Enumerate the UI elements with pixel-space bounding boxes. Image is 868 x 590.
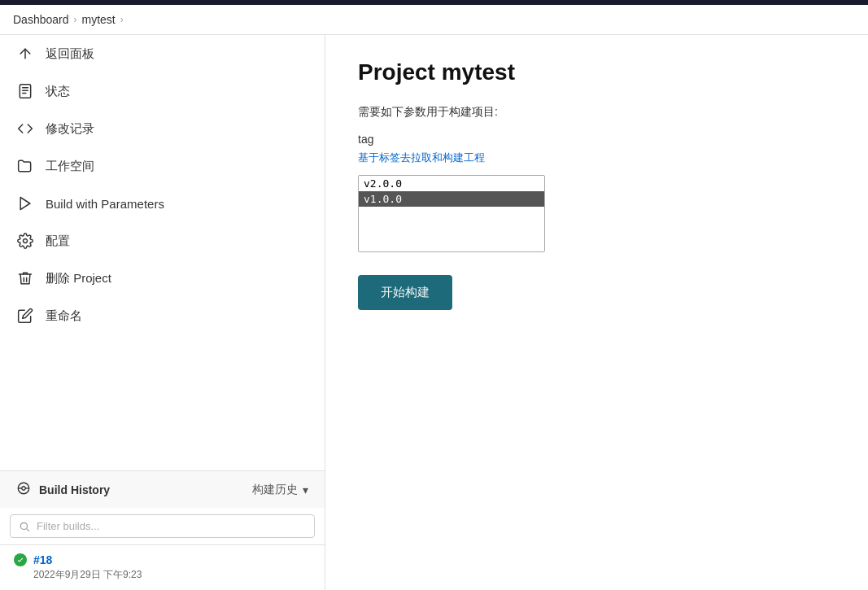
- param-select[interactable]: v2.0.0 v1.0.0: [358, 175, 545, 252]
- build-18-date: 2022年9月29日 下午9:23: [14, 568, 308, 582]
- sidebar-item-back-label: 返回面板: [46, 46, 94, 62]
- settings-icon: [16, 232, 34, 250]
- sidebar: 返回面板 状态 修改记录 工作空间: [0, 35, 325, 590]
- folder-icon: [16, 157, 34, 175]
- code-icon: [16, 120, 34, 138]
- sidebar-item-delete[interactable]: 删除 Project: [0, 260, 325, 297]
- chevron-down-icon: ▾: [303, 483, 308, 496]
- sidebar-item-status-label: 状态: [46, 84, 70, 99]
- sidebar-item-build[interactable]: Build with Parameters: [0, 185, 325, 222]
- build-history-right: 构建历史 ▾: [252, 483, 308, 497]
- build-history-title: Build History: [39, 483, 110, 496]
- sidebar-lower: Build History 构建历史 ▾ #: [0, 470, 325, 590]
- sidebar-item-workspace[interactable]: 工作空间: [0, 147, 325, 185]
- build-submit-button[interactable]: 开始构建: [358, 275, 452, 310]
- svg-line-12: [27, 528, 29, 531]
- sidebar-item-status[interactable]: 状态: [0, 72, 325, 110]
- sidebar-item-back[interactable]: 返回面板: [0, 35, 325, 72]
- build-success-icon: [14, 553, 27, 566]
- svg-point-11: [20, 522, 27, 529]
- filter-input[interactable]: [37, 520, 306, 532]
- sidebar-item-build-label: Build with Parameters: [46, 197, 164, 211]
- build-history-header[interactable]: Build History 构建历史 ▾: [0, 470, 325, 508]
- svg-point-6: [24, 239, 28, 243]
- svg-marker-5: [20, 198, 30, 210]
- param-option-v100[interactable]: v1.0.0: [359, 191, 544, 207]
- breadcrumb-sep-2: ›: [120, 14, 124, 25]
- sidebar-item-changes[interactable]: 修改记录: [0, 110, 325, 147]
- build-history-subtitle: 构建历史: [252, 483, 298, 497]
- breadcrumb-dashboard[interactable]: Dashboard: [13, 13, 69, 26]
- arrow-up-icon: [16, 45, 34, 63]
- svg-point-8: [22, 487, 26, 491]
- build-18-link[interactable]: #18: [33, 553, 52, 566]
- trash-icon: [16, 269, 34, 287]
- sidebar-item-config[interactable]: 配置: [0, 222, 325, 260]
- filter-input-inner: [10, 514, 315, 538]
- sidebar-item-rename-label: 重命名: [46, 308, 82, 324]
- main-content: Project mytest 需要如下参数用于构建项目: tag 基于标签去拉取…: [325, 35, 868, 590]
- breadcrumb: Dashboard › mytest ›: [0, 5, 868, 35]
- param-option-v200[interactable]: v2.0.0: [359, 176, 544, 191]
- play-icon: [16, 194, 34, 212]
- sidebar-nav: 返回面板 状态 修改记录 工作空间: [0, 35, 325, 470]
- param-name: tag: [358, 133, 835, 146]
- edit-icon: [16, 307, 34, 325]
- build-item-18[interactable]: #18 2022年9月29日 下午9:23: [0, 545, 325, 590]
- sidebar-item-delete-label: 删除 Project: [46, 271, 111, 286]
- sidebar-item-config-label: 配置: [46, 234, 70, 249]
- build-item-18-top: #18: [14, 553, 308, 566]
- sidebar-item-workspace-label: 工作空间: [46, 159, 94, 174]
- svg-rect-1: [20, 85, 30, 98]
- filter-input-wrap: [0, 508, 325, 545]
- breadcrumb-mytest[interactable]: mytest: [82, 13, 116, 26]
- param-desc: 需要如下参数用于构建项目:: [358, 105, 835, 120]
- sidebar-item-rename[interactable]: 重命名: [0, 297, 325, 334]
- sidebar-item-changes-label: 修改记录: [46, 121, 94, 137]
- file-text-icon: [16, 82, 34, 100]
- build-history-left: Build History: [16, 481, 110, 498]
- search-icon: [19, 521, 30, 532]
- project-title: Project mytest: [358, 59, 835, 85]
- param-link[interactable]: 基于标签去拉取和构建工程: [358, 151, 835, 165]
- build-history-icon: [16, 481, 31, 498]
- breadcrumb-sep-1: ›: [74, 14, 77, 25]
